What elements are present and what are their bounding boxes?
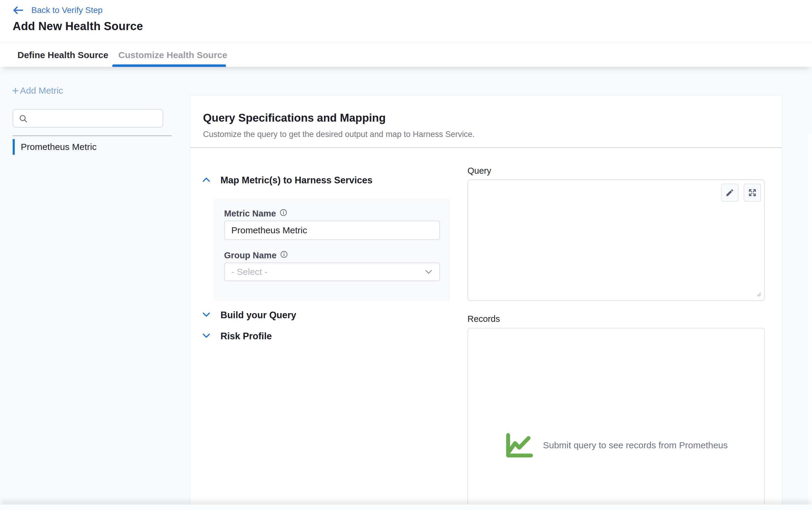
pencil-icon (725, 188, 734, 197)
active-tab-underline (112, 64, 226, 67)
group-name-label-text: Group Name (224, 250, 277, 261)
risk-profile-section-title: Risk Profile (221, 331, 272, 342)
build-query-section-title: Build your Query (221, 310, 296, 321)
add-metric-button[interactable]: + Add Metric (12, 86, 63, 96)
metric-search-box (13, 109, 163, 128)
risk-profile-section-header[interactable]: Risk Profile (202, 331, 272, 342)
selected-metric-bar (13, 139, 15, 155)
query-actions (721, 184, 761, 202)
tab-define-health-source[interactable]: Define Health Source (18, 43, 109, 67)
resize-handle-icon[interactable] (756, 292, 762, 299)
page-title: Add New Health Source (13, 20, 143, 33)
content-area: + Add Metric Prometheus Metric Query (0, 67, 812, 510)
panel-subtitle: Customize the query to get the desired o… (203, 130, 475, 139)
expand-query-button[interactable] (744, 184, 761, 202)
map-metrics-section-header[interactable]: Map Metric(s) to Harness Services (202, 175, 373, 186)
tab-customize-label: Customize Health Source (118, 50, 227, 60)
metric-name-label-text: Metric Name (224, 209, 276, 218)
back-button[interactable]: Back to Verify Step (13, 5, 103, 15)
query-specifications-panel: Query Specifications and Mapping Customi… (190, 95, 782, 510)
metric-item-label: Prometheus Metric (21, 142, 97, 152)
scrollbar-gutter[interactable] (808, 134, 812, 510)
add-metric-label: Add Metric (20, 86, 63, 96)
expand-icon (748, 188, 757, 197)
query-label: Query (467, 166, 491, 176)
query-textarea[interactable] (468, 180, 764, 300)
bottom-bar (0, 505, 812, 510)
metric-list-item[interactable]: Prometheus Metric (13, 139, 172, 155)
panel-divider (190, 147, 782, 148)
group-name-label: Group Name (224, 250, 288, 261)
metrics-sidebar: + Add Metric Prometheus Metric (0, 67, 190, 510)
chevron-down-icon (202, 332, 211, 341)
chevron-down-icon (424, 269, 433, 275)
group-name-placeholder: - Select - (225, 267, 424, 277)
line-chart-icon (504, 432, 534, 458)
metric-name-input[interactable] (224, 221, 440, 240)
sidebar-divider (13, 136, 172, 136)
records-label: Records (467, 314, 500, 324)
tab-define-label: Define Health Source (18, 50, 109, 60)
panel-title: Query Specifications and Mapping (203, 112, 386, 124)
build-query-section-header[interactable]: Build your Query (202, 310, 296, 321)
metric-mapping-card: Metric Name Group Name (214, 199, 450, 301)
page-header: Back to Verify Step Add New Health Sourc… (0, 0, 812, 43)
map-metrics-section-title: Map Metric(s) to Harness Services (221, 175, 373, 186)
tab-customize-health-source[interactable]: Customize Health Source (118, 43, 227, 67)
chevron-down-icon (202, 311, 211, 320)
arrow-left-icon (13, 6, 24, 15)
records-panel: Submit query to see records from Prometh… (467, 328, 765, 510)
back-label: Back to Verify Step (31, 5, 103, 15)
records-empty-message: Submit query to see records from Prometh… (543, 440, 728, 450)
metric-search-input[interactable] (32, 110, 160, 127)
query-editor-box (467, 179, 765, 301)
wizard-tabbar: Define Health Source Customize Health So… (0, 43, 812, 67)
add-health-source-page: Back to Verify Step Add New Health Sourc… (0, 0, 812, 510)
plus-icon: + (12, 86, 19, 95)
records-empty-state: Submit query to see records from Prometh… (504, 432, 728, 458)
edit-query-button[interactable] (721, 184, 738, 202)
metric-name-label: Metric Name (224, 209, 287, 218)
group-name-select[interactable]: - Select - (224, 263, 440, 281)
info-icon[interactable] (280, 209, 287, 218)
info-icon[interactable] (280, 250, 288, 261)
chevron-up-icon (202, 176, 211, 185)
